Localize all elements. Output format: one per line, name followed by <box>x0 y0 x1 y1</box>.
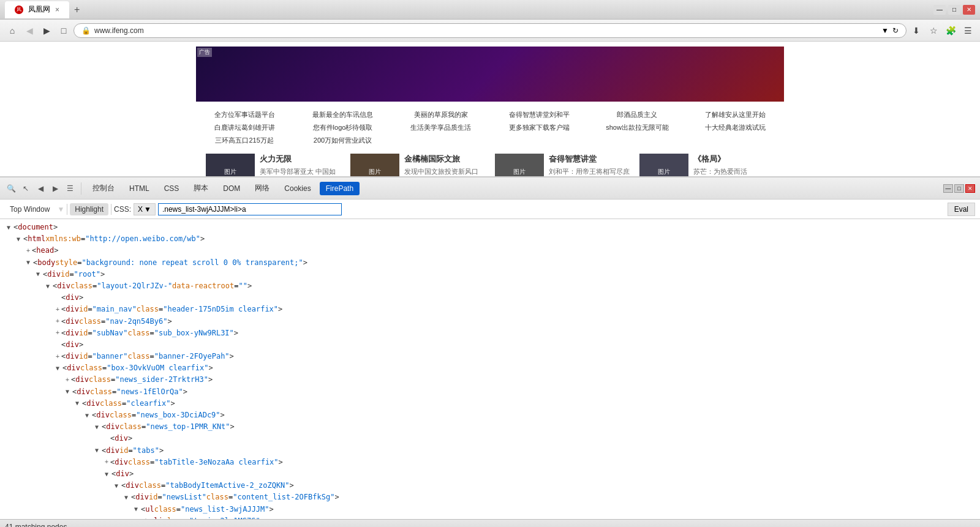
nav-link-2[interactable]: 美丽的草原我的家 <box>393 109 489 121</box>
nav-link-10[interactable]: show出款拉无限可能 <box>589 122 685 133</box>
tree-toggle-subnav[interactable]: + <box>54 329 61 337</box>
tab-script[interactable]: 脚本 <box>187 181 214 196</box>
close-button[interactable]: ✕ <box>963 5 975 15</box>
devtools-inspector-bar: Top Window ▼ Highlight CSS: X ▼ Eval <box>0 200 980 219</box>
tree-toggle-root[interactable]: ▼ <box>34 271 42 278</box>
home-button[interactable]: ⌂ <box>5 23 20 38</box>
tree-toggle-box[interactable]: ▼ <box>54 365 61 372</box>
tree-toggle-tab-title[interactable]: + <box>103 458 110 466</box>
extension-button[interactable]: 🧩 <box>943 23 958 38</box>
back-button[interactable]: ◀ <box>22 23 37 38</box>
maximize-button[interactable]: □ <box>948 5 960 15</box>
tree-toggle-news[interactable]: ▼ <box>64 388 71 395</box>
tree-toggle-nav[interactable]: + <box>54 318 61 325</box>
tree-toggle-div1[interactable] <box>54 294 61 302</box>
tree-toggle-news-sider[interactable]: + <box>64 376 71 384</box>
tree-toggle-div4[interactable]: ▼ <box>103 471 110 478</box>
tab-console[interactable]: 控制台 <box>86 181 121 196</box>
tab-network[interactable]: 网络 <box>249 181 276 196</box>
tree-node-banner: + <div id="banner" class="banner-2FOyePa… <box>54 351 975 362</box>
nav-link-11[interactable]: 十大经典老游戏试玩 <box>687 122 784 133</box>
nav-link-6[interactable]: 白鹿讲坛葛剑雄开讲 <box>196 122 293 133</box>
card-desc-3: 苏芒：为热爱而活 <box>693 167 774 176</box>
tab-close-button[interactable]: × <box>55 6 59 14</box>
dropdown-icon: ▼ <box>881 26 889 35</box>
tree-toggle-main-nav[interactable]: + <box>54 306 61 313</box>
menu-button[interactable]: ☰ <box>960 23 975 38</box>
tab-css[interactable]: CSS <box>158 182 186 195</box>
tree-toggle-head[interactable]: + <box>24 247 32 255</box>
tab-firepath[interactable]: FirePath <box>320 182 360 195</box>
dt-close-button[interactable]: ✕ <box>965 184 975 193</box>
bookmarks-button[interactable]: ☆ <box>926 23 941 38</box>
forward-button[interactable]: ▶ <box>39 23 54 38</box>
nav-link-4[interactable]: 郎酒品质主义 <box>589 109 685 121</box>
tab-dom[interactable]: DOM <box>217 182 246 195</box>
toolbar-separator <box>81 182 81 195</box>
inspect-element-button[interactable]: 🔍 <box>5 182 17 195</box>
css-input-field[interactable] <box>158 203 342 215</box>
tree-toggle-tab-body[interactable]: ▼ <box>113 482 120 490</box>
tree-toggle-div3[interactable] <box>103 435 110 443</box>
tree-node-body: ▼ <body style="background: none repeat s… <box>24 257 975 269</box>
css-label: CSS: <box>114 205 131 214</box>
tab-html[interactable]: HTML <box>123 182 156 195</box>
css-type-selector[interactable]: X ▼ <box>134 203 156 215</box>
browser-titlebar: 凤 凤凰网 × + — □ ✕ <box>0 0 980 20</box>
tree-node-tab-title: + <div class="tabTitle-3eNozaAa clearfix… <box>103 457 975 468</box>
eval-button[interactable]: Eval <box>948 203 975 216</box>
page-content: 广告 全方位军事话题平台 最新最全的车讯信息 美丽的草原我的家 奋得智慧讲堂刘和… <box>0 42 980 176</box>
dt-list-button[interactable]: ☰ <box>64 182 76 195</box>
tree-node-news-top: ▼ <div class="news_top-1PMR_KNt"> <box>93 421 975 433</box>
dt-back-button[interactable]: ◀ <box>34 182 47 195</box>
nav-link-9[interactable]: 更多独家下载客户端 <box>491 122 587 133</box>
nav-link-1[interactable]: 最新最全的车讯信息 <box>294 109 391 121</box>
card-title-0[interactable]: 火力无限 <box>260 154 341 165</box>
tree-toggle-clearfix[interactable]: ▼ <box>74 400 81 407</box>
nav-link-0[interactable]: 全方位军事话题平台 <box>196 109 293 121</box>
new-tab-button[interactable]: + <box>69 2 85 18</box>
pick-element-button[interactable]: ↖ <box>20 182 32 195</box>
tree-toggle-div2[interactable] <box>54 341 61 348</box>
card-title-1[interactable]: 金橘楠国际文旅 <box>404 154 485 165</box>
page-button[interactable]: □ <box>56 23 71 38</box>
nav-link-12[interactable]: 三环高五口215万起 <box>196 135 293 146</box>
card-text-2: 奋得智慧讲堂 刘和平：用帝王将相写尽庶民之苦 <box>549 154 630 176</box>
url-bar[interactable]: 🔒 www.ifeng.com ▼ ↻ <box>74 23 907 38</box>
tree-node-subnav: + <div id="subNav" class="sub_box-yNw9RL… <box>54 327 975 339</box>
nav-link-8[interactable]: 生活美学享品质生活 <box>393 122 489 133</box>
devtools-panel: 🔍 ↖ ◀ ▶ ☰ 控制台 HTML CSS 脚本 DOM 网络 Cookies… <box>0 176 980 527</box>
top-window-button[interactable]: Top Window <box>5 203 55 215</box>
tree-toggle-li-topic[interactable]: + <box>142 517 149 519</box>
tree-node-tab-body: ▼ <div class="tabBodyItemActive-2_zoZQKN… <box>113 480 975 491</box>
browser-tab[interactable]: 凤 凤凰网 × <box>5 1 69 18</box>
tree-toggle-banner[interactable]: + <box>54 353 61 361</box>
tree-node-main-nav: + <div id="main_nav" class="header-175nD… <box>54 304 975 315</box>
inspector-separator-1 <box>67 204 67 215</box>
tree-toggle-layout[interactable]: ▼ <box>44 283 51 290</box>
dt-maximize-button[interactable]: □ <box>954 184 964 193</box>
nav-link-5[interactable]: 了解雄安从这里开始 <box>687 109 784 121</box>
card-title-3[interactable]: 《格局》 <box>693 154 774 165</box>
refresh-button[interactable]: ↻ <box>892 26 899 35</box>
tab-cookies[interactable]: Cookies <box>278 182 317 195</box>
tree-toggle-tabs[interactable]: ▼ <box>93 447 100 454</box>
tree-toggle-html[interactable]: ▼ <box>15 236 22 243</box>
download-button[interactable]: ⬇ <box>909 23 924 38</box>
dt-minimize-button[interactable]: — <box>943 184 953 193</box>
highlight-button[interactable]: Highlight <box>70 203 108 215</box>
tree-toggle-news-top[interactable]: ▼ <box>93 424 100 431</box>
minimize-button[interactable]: — <box>933 5 946 15</box>
browser-navbar: ⌂ ◀ ▶ □ 🔒 www.ifeng.com ▼ ↻ ⬇ ☆ 🧩 ☰ <box>0 20 980 42</box>
tree-toggle-ul[interactable]: ▼ <box>132 506 140 513</box>
tree-toggle-body[interactable]: ▼ <box>24 259 32 266</box>
card-title-2[interactable]: 奋得智慧讲堂 <box>549 154 630 165</box>
dt-forward-button[interactable]: ▶ <box>49 182 61 195</box>
nav-link-13[interactable]: 200万如何营业武议 <box>294 135 391 146</box>
tree-toggle-news-list-div[interactable]: ▼ <box>123 494 130 501</box>
tree-toggle-news-box[interactable]: ▼ <box>83 412 91 419</box>
nav-link-7[interactable]: 您有件logo杉待领取 <box>294 122 391 133</box>
nav-link-3[interactable]: 奋得智慧讲堂刘和平 <box>491 109 587 121</box>
window-controls: — □ ✕ <box>933 5 975 15</box>
tree-toggle-document[interactable]: ▼ <box>5 224 12 231</box>
